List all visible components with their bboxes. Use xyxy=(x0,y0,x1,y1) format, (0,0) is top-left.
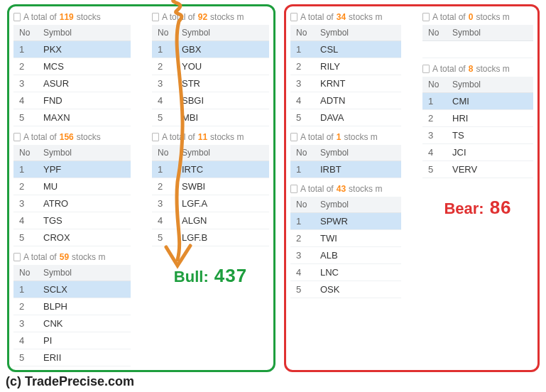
table-row[interactable]: 5LGF.B xyxy=(152,229,269,246)
column-header[interactable]: No xyxy=(290,197,315,213)
row-symbol: MBI xyxy=(176,109,269,126)
table-row[interactable]: 4PI xyxy=(13,332,131,349)
table-row[interactable]: 2MU xyxy=(13,178,131,195)
row-symbol: VERV xyxy=(447,161,533,178)
column-header[interactable]: Symbol xyxy=(315,197,401,213)
table-row[interactable]: 3KRNT xyxy=(290,75,401,92)
table-row[interactable]: 2BLPH xyxy=(13,298,131,315)
table-row[interactable]: 5ERII xyxy=(13,349,131,366)
table-row[interactable]: 1CSL xyxy=(290,41,401,58)
table-row[interactable]: 2HRI xyxy=(422,110,533,127)
table-row[interactable]: 5MBI xyxy=(152,109,269,126)
table-row[interactable]: 1PKX xyxy=(13,41,131,58)
table-row[interactable]: 2RILY xyxy=(290,58,401,75)
row-symbol: ALB xyxy=(315,247,401,264)
stock-count: 11 xyxy=(198,132,207,142)
column-header[interactable]: Symbol xyxy=(38,265,131,281)
row-no: 1 xyxy=(13,41,38,58)
table-total-label: A total of1stocks m xyxy=(290,131,401,145)
table-row[interactable]: 5VERV xyxy=(422,161,533,178)
column-header[interactable]: Symbol xyxy=(315,25,401,41)
table-row[interactable]: 3LGF.A xyxy=(152,195,269,212)
row-no: 2 xyxy=(13,58,38,75)
table-row[interactable]: 3CNK xyxy=(13,315,131,332)
row-symbol: PI xyxy=(38,332,131,349)
row-symbol: ERII xyxy=(38,349,131,366)
table-row[interactable]: 4LNC xyxy=(290,264,401,281)
column-header[interactable]: Symbol xyxy=(315,145,401,161)
table-row[interactable]: 3STR xyxy=(152,75,269,92)
table-row[interactable]: 4FND xyxy=(13,92,131,109)
document-icon xyxy=(152,13,159,21)
table-total-label: A total of156stocks xyxy=(13,131,131,145)
row-no: 2 xyxy=(13,298,38,315)
table-row[interactable]: 3ALB xyxy=(290,247,401,264)
row-symbol: LNC xyxy=(315,264,401,281)
table-row[interactable]: 1YPF xyxy=(13,161,131,178)
table-row[interactable]: 2SWBI xyxy=(152,178,269,195)
document-icon xyxy=(13,253,21,261)
column-header[interactable]: Symbol xyxy=(176,25,269,41)
table-row[interactable]: 1GBX xyxy=(152,41,269,58)
column-header[interactable]: No xyxy=(152,145,176,161)
table-row[interactable]: 4JCI xyxy=(422,144,533,161)
row-symbol: IRTC xyxy=(176,161,269,178)
document-icon xyxy=(290,185,297,193)
row-no: 5 xyxy=(13,109,38,126)
column-header[interactable]: No xyxy=(290,25,315,41)
bear-table: A total of34stocks mNoSymbol1CSL2RILY3KR… xyxy=(290,11,401,126)
table-row[interactable]: 3ASUR xyxy=(13,75,131,92)
table-row[interactable]: 1SCLX xyxy=(13,281,131,298)
table-row[interactable]: 1CMI xyxy=(422,93,533,110)
column-header[interactable]: Symbol xyxy=(447,77,533,93)
table-row[interactable]: 5MAXN xyxy=(13,109,131,126)
table-row[interactable]: 5CROX xyxy=(13,229,131,246)
table-row[interactable]: 1IRTC xyxy=(152,161,269,178)
table-row[interactable]: 4ALGN xyxy=(152,212,269,229)
column-header[interactable]: No xyxy=(13,145,38,161)
table-row[interactable]: 3ATRO xyxy=(13,195,131,212)
row-no: 2 xyxy=(152,178,176,195)
row-symbol: DAVA xyxy=(315,109,401,126)
column-header[interactable]: Symbol xyxy=(38,145,131,161)
table-row[interactable]: 3TS xyxy=(422,127,533,144)
row-no: 1 xyxy=(290,213,315,230)
row-no: 5 xyxy=(152,229,176,246)
table-row[interactable]: 2YOU xyxy=(152,58,269,75)
table-total-label: A total of11stocks m xyxy=(152,131,269,145)
row-symbol: CSL xyxy=(315,41,401,58)
row-no: 5 xyxy=(13,349,38,366)
stock-count: 119 xyxy=(60,12,74,22)
column-header[interactable]: No xyxy=(422,77,447,93)
bear-summary: Bear:86 xyxy=(422,197,533,219)
table-row[interactable]: 1IRBT xyxy=(290,161,401,178)
table-row[interactable]: 4SBGI xyxy=(152,92,269,109)
table-row[interactable]: 5DAVA xyxy=(290,109,401,126)
column-header[interactable]: Symbol xyxy=(176,145,269,161)
column-header[interactable]: No xyxy=(152,25,176,41)
table-total-label: A total of43stocks m xyxy=(290,183,401,197)
table-row[interactable]: 4TGS xyxy=(13,212,131,229)
column-header[interactable]: No xyxy=(13,25,38,41)
table-row[interactable]: 2MCS xyxy=(13,58,131,75)
table-row[interactable]: 5OSK xyxy=(290,281,401,298)
table-row[interactable]: 2TWI xyxy=(290,230,401,247)
column-header[interactable]: No xyxy=(422,25,447,41)
document-icon xyxy=(152,133,159,141)
column-header[interactable]: No xyxy=(13,265,38,281)
row-no: 4 xyxy=(290,92,315,109)
row-symbol: ADTN xyxy=(315,92,401,109)
stock-table: NoSymbol1GBX2YOU3STR4SBGI5MBI xyxy=(152,25,269,126)
row-no: 3 xyxy=(290,75,315,92)
table-row[interactable]: 1SPWR xyxy=(290,213,401,230)
stock-table: NoSymbol xyxy=(422,25,533,58)
row-symbol: YPF xyxy=(38,161,131,178)
column-header[interactable]: Symbol xyxy=(447,25,533,41)
column-header[interactable]: No xyxy=(290,145,315,161)
column-header[interactable]: Symbol xyxy=(38,25,131,41)
row-no: 4 xyxy=(152,212,176,229)
stock-table: NoSymbol1SCLX2BLPH3CNK4PI5ERII xyxy=(13,265,131,366)
table-row[interactable]: 4ADTN xyxy=(290,92,401,109)
row-symbol: LGF.B xyxy=(176,229,269,246)
bull-table: A total of92stocks mNoSymbol1GBX2YOU3STR… xyxy=(152,11,269,126)
